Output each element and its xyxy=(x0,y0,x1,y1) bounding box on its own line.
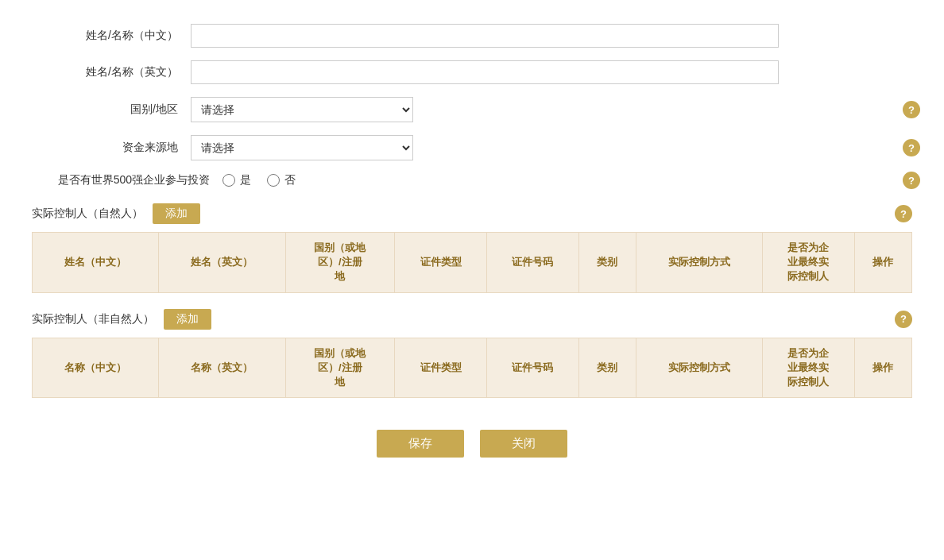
fortune500-no-radio[interactable] xyxy=(267,174,280,187)
natural-person-title: 实际控制人（自然人） xyxy=(32,207,143,221)
close-button[interactable]: 关闭 xyxy=(480,430,567,458)
fortune500-no-label: 否 xyxy=(284,173,296,187)
nnp-col-category: 类别 xyxy=(578,338,636,398)
non-natural-person-title: 实际控制人（非自然人） xyxy=(32,312,154,326)
country-select[interactable]: 请选择 xyxy=(191,97,413,122)
name-cn-row: 姓名/名称（中文） xyxy=(32,24,912,48)
non-natural-person-help-icon[interactable]: ? xyxy=(895,311,912,328)
nnp-col-cert-type: 证件类型 xyxy=(395,338,487,398)
np-col-cert-no: 证件号码 xyxy=(486,233,578,293)
fortune500-label: 是否有世界500强企业参与投资 xyxy=(32,173,222,187)
name-en-row: 姓名/名称（英文） xyxy=(32,60,912,84)
name-en-label: 姓名/名称（英文） xyxy=(32,65,191,79)
np-col-operation: 操作 xyxy=(854,233,911,293)
natural-person-header: 实际控制人（自然人） 添加 ? xyxy=(32,203,912,224)
nnp-col-ultimate-controller: 是否为企业最终实际控制人 xyxy=(763,338,855,398)
country-help-icon[interactable]: ? xyxy=(903,101,920,118)
nnp-col-cert-no: 证件号码 xyxy=(486,338,578,398)
fund-source-select[interactable]: 请选择 xyxy=(191,135,413,160)
np-col-cert-type: 证件类型 xyxy=(395,233,487,293)
country-row: 国别/地区 请选择 ? xyxy=(32,97,912,122)
fortune500-help-icon[interactable]: ? xyxy=(903,172,920,189)
nnp-col-operation: 操作 xyxy=(854,338,911,398)
fortune500-no-option[interactable]: 否 xyxy=(267,173,296,187)
natural-person-table: 姓名（中文） 姓名（英文） 国别（或地区）/注册地 证件类型 证件号码 类别 实… xyxy=(32,232,912,293)
natural-person-table-header-row: 姓名（中文） 姓名（英文） 国别（或地区）/注册地 证件类型 证件号码 类别 实… xyxy=(33,233,912,293)
nnp-col-control-method: 实际控制方式 xyxy=(636,338,762,398)
nnp-col-country: 国别（或地区）/注册地 xyxy=(285,338,395,398)
fund-source-help-icon[interactable]: ? xyxy=(903,139,920,156)
np-col-country: 国别（或地区）/注册地 xyxy=(285,233,395,293)
np-col-name-cn: 姓名（中文） xyxy=(33,233,159,293)
np-col-name-en: 姓名（英文） xyxy=(159,233,285,293)
fund-source-label: 资金来源地 xyxy=(32,141,191,155)
fortune500-row: 是否有世界500强企业参与投资 是 否 ? xyxy=(32,173,912,187)
natural-person-add-button[interactable]: 添加 xyxy=(153,203,200,224)
natural-person-help-icon[interactable]: ? xyxy=(895,205,912,222)
bottom-buttons: 保存 关闭 xyxy=(32,430,912,458)
non-natural-person-table: 名称（中文） 名称（英文） 国别（或地区）/注册地 证件类型 证件号码 类别 实… xyxy=(32,338,912,399)
non-natural-person-add-button[interactable]: 添加 xyxy=(164,309,211,330)
nnp-col-name-cn: 名称（中文） xyxy=(33,338,159,398)
np-col-category: 类别 xyxy=(578,233,636,293)
save-button[interactable]: 保存 xyxy=(377,430,464,458)
fortune500-radio-group: 是 否 xyxy=(222,173,296,187)
name-cn-input[interactable] xyxy=(191,24,779,48)
country-label: 国别/地区 xyxy=(32,102,191,117)
fortune500-yes-radio[interactable] xyxy=(222,174,235,187)
non-natural-person-header: 实际控制人（非自然人） 添加 ? xyxy=(32,309,912,330)
name-cn-label: 姓名/名称（中文） xyxy=(32,29,191,43)
np-col-ultimate-controller: 是否为企业最终实际控制人 xyxy=(763,233,855,293)
non-natural-person-table-header-row: 名称（中文） 名称（英文） 国别（或地区）/注册地 证件类型 证件号码 类别 实… xyxy=(33,338,912,398)
fortune500-yes-label: 是 xyxy=(240,173,251,187)
nnp-col-name-en: 名称（英文） xyxy=(159,338,285,398)
fortune500-yes-option[interactable]: 是 xyxy=(222,173,251,187)
np-col-control-method: 实际控制方式 xyxy=(636,233,762,293)
fund-source-row: 资金来源地 请选择 ? xyxy=(32,135,912,160)
name-en-input[interactable] xyxy=(191,60,779,84)
